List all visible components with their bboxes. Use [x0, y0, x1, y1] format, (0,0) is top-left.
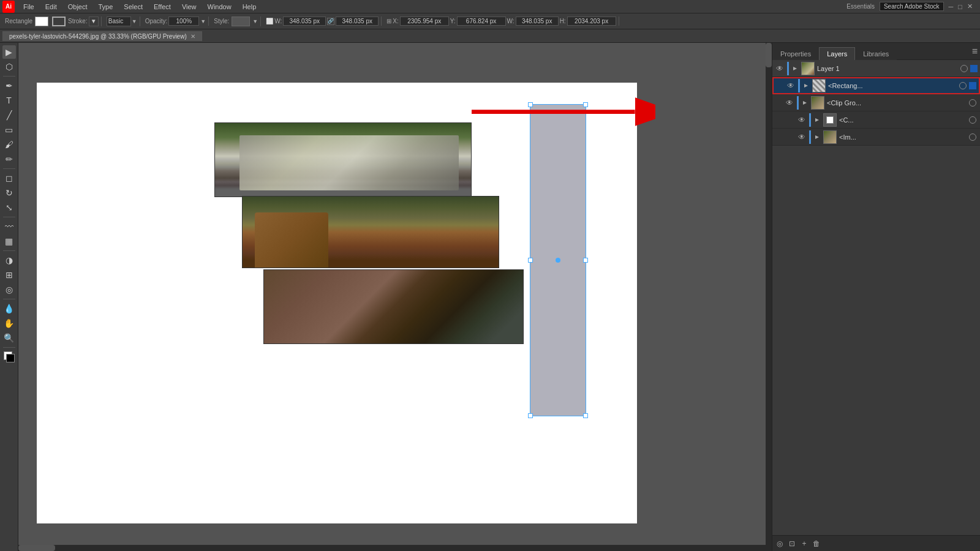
selected-rectangle	[530, 104, 586, 416]
handle-bl[interactable]	[528, 413, 533, 418]
menu-type[interactable]: Type	[94, 2, 118, 12]
menu-object[interactable]: Object	[63, 2, 92, 12]
create-layer-button[interactable]: +	[799, 539, 809, 549]
layer-lock-circle-layer1[interactable]	[960, 65, 968, 72]
layer-row-layer1[interactable]: 👁 Layer 1	[772, 60, 980, 77]
paintbrush-tool[interactable]: 🖌	[2, 138, 16, 151]
toolbar-sep-4	[3, 250, 15, 251]
opacity-arrow[interactable]: ▼	[200, 18, 206, 24]
layer-expand-image[interactable]	[813, 133, 821, 141]
make-mask-button[interactable]: ⊡	[787, 539, 797, 549]
menu-select[interactable]: Select	[119, 2, 148, 12]
layer-expand-clipgroup[interactable]	[801, 99, 809, 107]
selection-tool[interactable]: ▶	[2, 45, 16, 59]
zoom-tool[interactable]: 🔍	[2, 331, 16, 345]
opacity-label: Opacity:	[145, 18, 168, 24]
link-wh[interactable]: 🔗	[327, 18, 334, 25]
style-section: Style: ▼	[211, 17, 261, 26]
handle-br[interactable]	[583, 413, 588, 418]
opacity-value[interactable]: 100%	[168, 17, 199, 26]
layer-row-clipgroup[interactable]: 👁 <Clip Gro...	[772, 94, 980, 111]
stroke-swatch[interactable]	[52, 17, 66, 26]
tab-libraries[interactable]: Libraries	[855, 47, 897, 60]
hand-tool[interactable]: ✋	[2, 317, 16, 330]
graph-tool[interactable]: ▦	[2, 234, 16, 248]
shape-label: Rectangle	[5, 18, 32, 24]
layer-expand-layer1[interactable]	[791, 65, 799, 72]
locate-object-button[interactable]: ◎	[775, 539, 785, 549]
document-tab[interactable]: pexels-tyler-lastovich-544296.jpg @ 33.3…	[2, 31, 202, 41]
layer-name-layer1: Layer 1	[817, 65, 958, 72]
layer-visibility-image[interactable]: 👁	[797, 132, 807, 142]
window-maximize[interactable]: □	[958, 3, 962, 10]
layer-expand-rectang[interactable]	[802, 82, 810, 89]
xy-section: ⊞ X: 2305.954 px Y: 676.824 px W: 348.03…	[384, 17, 619, 26]
line-tool[interactable]: ╱	[2, 108, 16, 122]
main-layout: ▶ ⬡ ✒ T ╱ ▭ 🖌 ✏ ◻ ↻ ⤡ 〰 ▦ ◑ ⊞ ◎ 💧 ✋ 🔍	[0, 43, 980, 551]
panel-options-button[interactable]: ≡	[970, 43, 980, 59]
gradient-tool[interactable]: ◑	[2, 253, 16, 267]
pencil-tool[interactable]: ✏	[2, 152, 16, 166]
rotate-tool[interactable]: ↻	[2, 186, 16, 200]
window-minimize[interactable]: ─	[949, 3, 954, 10]
eyedropper-tool[interactable]: 💧	[2, 302, 16, 315]
canvas-hscroll[interactable]	[18, 545, 766, 551]
w2-value[interactable]: 348.035 px	[516, 17, 559, 26]
h-value[interactable]: 348.035 px	[336, 17, 379, 26]
canvas-vscroll-thumb[interactable]	[766, 43, 772, 67]
toolbar-sep-6	[3, 347, 15, 348]
search-icon[interactable]: Search Adobe Stock	[880, 2, 944, 11]
layer-visibility-clipgroup[interactable]: 👁	[785, 98, 794, 108]
stroke-arrow[interactable]: ▼	[89, 17, 99, 26]
tab-properties[interactable]: Properties	[772, 47, 819, 60]
layer-expand-compound[interactable]	[813, 116, 821, 124]
layer-lock-compound[interactable]	[969, 116, 976, 124]
h2-label: H:	[560, 18, 566, 24]
layer-color-bar-image	[809, 130, 811, 144]
layer-row-image[interactable]: 👁 <Im...	[772, 129, 980, 146]
layer-visibility-layer1[interactable]: 👁	[775, 64, 785, 73]
menu-effect[interactable]: Effect	[149, 2, 176, 12]
y-value[interactable]: 676.824 px	[457, 17, 506, 26]
x-value[interactable]: 2305.954 px	[400, 17, 449, 26]
style-arrow[interactable]: ▼	[252, 18, 258, 24]
canvas-area[interactable]	[18, 43, 772, 551]
menu-help[interactable]: Help	[238, 2, 262, 12]
handle-mr[interactable]	[583, 258, 588, 263]
direct-selection-tool[interactable]: ⬡	[2, 60, 16, 73]
layer-row-compound[interactable]: 👁 <C...	[772, 111, 980, 129]
mesh-tool[interactable]: ⊞	[2, 268, 16, 282]
tab-layers[interactable]: Layers	[819, 47, 855, 60]
layer-visibility-rectang[interactable]: 👁	[786, 81, 796, 91]
h2-value[interactable]: 2034.203 px	[567, 17, 616, 26]
layer-lock-clipgroup[interactable]	[969, 99, 976, 107]
window-close[interactable]: ✕	[967, 2, 973, 10]
canvas-vscroll[interactable]	[766, 43, 772, 551]
pen-tool[interactable]: ✒	[2, 79, 16, 92]
blend-tool[interactable]: ◎	[2, 283, 16, 296]
style-swatch[interactable]	[232, 17, 250, 26]
w-value[interactable]: 348.035 px	[283, 17, 326, 26]
layer-lock-rectang[interactable]	[959, 82, 967, 89]
rect-tool[interactable]: ▭	[2, 123, 16, 137]
fill-swatch[interactable]	[35, 17, 48, 26]
eraser-tool[interactable]: ◻	[2, 171, 16, 185]
menu-window[interactable]: Window	[203, 2, 236, 12]
layer-name-compound: <C...	[839, 116, 967, 124]
layer-row-rectang[interactable]: 👁 <Rectang...	[772, 77, 980, 94]
handle-ml[interactable]	[528, 258, 533, 263]
canvas-hscroll-thumb[interactable]	[18, 545, 55, 551]
scale-tool[interactable]: ⤡	[2, 201, 16, 214]
menu-edit[interactable]: Edit	[40, 2, 62, 12]
delete-layer-button[interactable]: 🗑	[812, 539, 821, 549]
document-tab-close[interactable]: ✕	[190, 33, 195, 40]
warp-tool[interactable]: 〰	[2, 220, 16, 233]
blend-mode-dropdown[interactable]: Basic ▼	[107, 17, 137, 26]
fill-indicator[interactable]	[4, 351, 15, 362]
menu-view[interactable]: View	[177, 2, 202, 12]
type-tool[interactable]: T	[2, 94, 16, 107]
red-arrow	[472, 81, 655, 136]
menu-file[interactable]: File	[18, 2, 39, 12]
layer-visibility-compound[interactable]: 👁	[797, 115, 807, 125]
layer-lock-image[interactable]	[969, 133, 976, 141]
